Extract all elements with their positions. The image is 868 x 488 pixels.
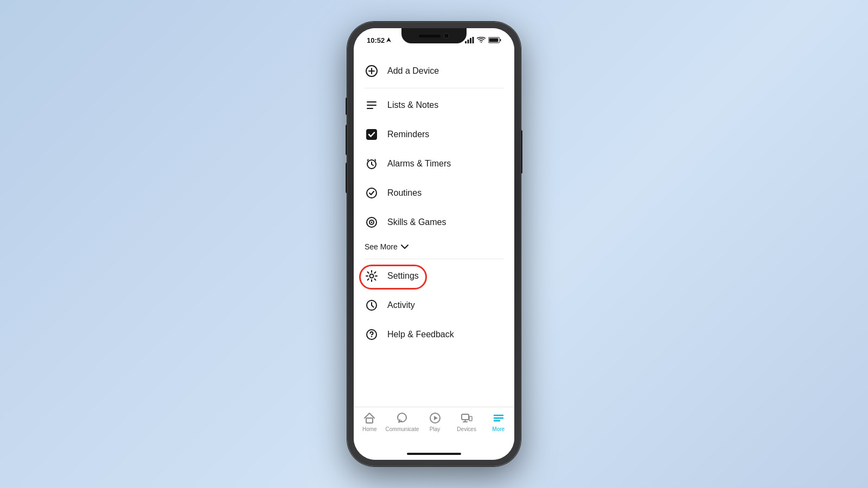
menu-item-add-device[interactable]: Add a Device: [354, 56, 514, 86]
signal-icon: [465, 37, 474, 43]
svg-rect-4: [473, 37, 474, 43]
svg-point-22: [370, 274, 374, 278]
time-display: 10:52: [367, 36, 385, 44]
settings-label: Settings: [387, 271, 419, 281]
svg-marker-0: [386, 37, 391, 42]
front-camera: [444, 33, 449, 38]
menu-item-reminders[interactable]: Reminders: [354, 120, 514, 149]
svg-line-17: [372, 164, 373, 165]
tab-item-communicate[interactable]: Communicate: [386, 412, 419, 432]
activity-icon: [365, 298, 379, 312]
devices-tab-icon: [460, 412, 473, 425]
svg-point-18: [367, 188, 376, 198]
home-tab-label: Home: [362, 426, 377, 432]
reminders-icon: [365, 127, 379, 142]
home-tab-icon: [363, 412, 376, 425]
menu-item-settings[interactable]: Settings: [354, 261, 514, 291]
reminders-label: Reminders: [387, 130, 429, 139]
phone-frame: 10:52: [347, 22, 521, 466]
svg-rect-6: [489, 38, 499, 42]
tab-item-devices[interactable]: Devices: [451, 412, 483, 432]
tab-item-home[interactable]: Home: [354, 412, 386, 432]
alarms-timers-icon: [365, 157, 379, 171]
wifi-icon: [477, 37, 486, 43]
help-feedback-label: Help & Feedback: [387, 330, 454, 339]
svg-rect-14: [367, 130, 376, 139]
lists-notes-label: Lists & Notes: [387, 100, 438, 110]
settings-icon: [365, 269, 379, 283]
menu-item-lists-notes[interactable]: Lists & Notes: [354, 91, 514, 120]
lists-notes-icon: [365, 98, 379, 112]
battery-icon: [488, 37, 501, 43]
help-icon: [365, 328, 379, 342]
devices-tab-label: Devices: [457, 426, 476, 432]
menu-item-routines[interactable]: Routines: [354, 178, 514, 208]
communicate-tab-label: Communicate: [386, 426, 419, 432]
menu-item-alarms-timers[interactable]: Alarms & Timers: [354, 149, 514, 178]
tab-bar: Home Communicate: [354, 407, 514, 448]
separator-1: [365, 88, 503, 88]
location-icon: [386, 37, 391, 43]
see-more-label: See More: [365, 242, 398, 251]
svg-rect-2: [468, 40, 469, 43]
activity-label: Activity: [387, 300, 415, 310]
communicate-tab-icon: [395, 412, 409, 425]
add-device-icon: [365, 64, 379, 78]
svg-rect-30: [462, 414, 469, 420]
chevron-down-icon: [401, 244, 409, 249]
tab-item-play[interactable]: Play: [419, 412, 451, 432]
svg-point-25: [371, 336, 372, 337]
status-icons: [465, 37, 501, 43]
play-tab-icon: [429, 412, 442, 425]
svg-rect-3: [470, 38, 471, 43]
play-tab-label: Play: [430, 426, 440, 432]
phone-screen: 10:52: [354, 28, 514, 460]
menu-item-skills-games[interactable]: Skills & Games: [354, 208, 514, 237]
menu-content[interactable]: Add a Device Lists & Notes: [354, 52, 514, 407]
alarms-timers-label: Alarms & Timers: [387, 159, 451, 169]
status-time: 10:52: [367, 36, 391, 44]
more-tab-icon: [492, 412, 505, 425]
skills-games-icon: [365, 215, 379, 229]
skills-games-label: Skills & Games: [387, 217, 446, 227]
svg-rect-26: [366, 418, 373, 423]
notch: [401, 28, 467, 43]
routines-label: Routines: [387, 188, 422, 198]
routines-icon: [365, 186, 379, 200]
menu-item-activity[interactable]: Activity: [354, 291, 514, 320]
more-tab-label: More: [492, 426, 505, 432]
svg-point-21: [371, 222, 373, 223]
tab-item-more[interactable]: More: [482, 412, 514, 432]
home-bar: [407, 453, 461, 455]
svg-rect-1: [465, 41, 467, 43]
separator-2: [365, 259, 503, 259]
add-device-label: Add a Device: [387, 66, 439, 76]
status-bar: 10:52: [354, 28, 514, 52]
see-more-button[interactable]: See More: [354, 237, 514, 256]
home-indicator: [354, 448, 514, 460]
svg-rect-7: [500, 39, 501, 41]
svg-marker-29: [434, 416, 438, 420]
speaker: [419, 35, 441, 37]
menu-item-help-feedback[interactable]: Help & Feedback: [354, 320, 514, 349]
svg-rect-33: [469, 416, 472, 421]
